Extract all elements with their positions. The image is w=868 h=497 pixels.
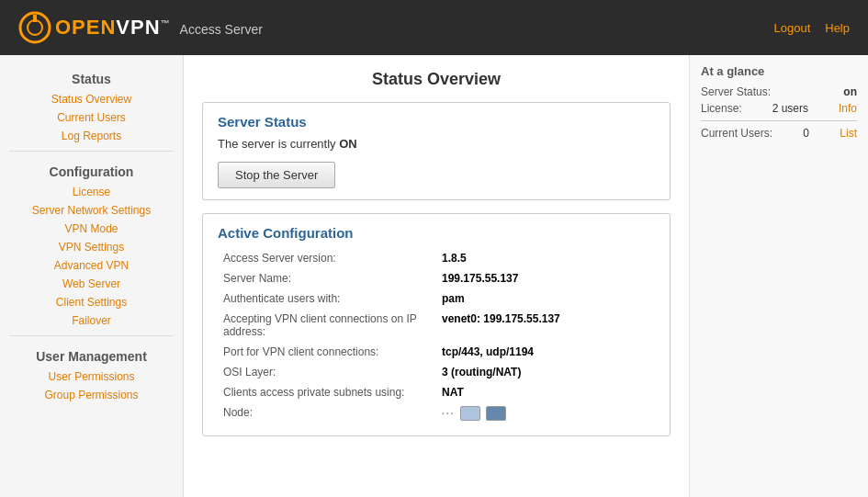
sidebar-divider-1 — [9, 151, 174, 152]
node-prev-button[interactable] — [460, 406, 480, 421]
table-row: Accepting VPN client connections on IP a… — [218, 309, 655, 342]
glance-license-row: License: 2 users Info — [701, 102, 857, 115]
sidebar-item-failover[interactable]: Failover — [0, 311, 183, 330]
svg-point-1 — [28, 20, 42, 35]
glance-divider — [701, 120, 857, 121]
main-content: Status Overview Server Status The server… — [184, 55, 689, 497]
sidebar-item-vpn-mode[interactable]: VPN Mode — [0, 220, 183, 238]
stop-server-button[interactable]: Stop the Server — [218, 162, 335, 188]
glance-title: At a glance — [701, 64, 857, 78]
svg-rect-2 — [33, 15, 37, 22]
sidebar-item-current-users[interactable]: Current Users — [0, 108, 183, 127]
sidebar-divider-2 — [9, 335, 174, 336]
server-status-title: Server Status — [218, 114, 655, 130]
sidebar-item-server-network-settings[interactable]: Server Network Settings — [0, 201, 183, 220]
app-name: Access Server — [180, 22, 263, 37]
config-value: pam — [436, 288, 655, 309]
sidebar-item-license[interactable]: License — [0, 183, 183, 201]
sidebar-item-vpn-settings[interactable]: VPN Settings — [0, 238, 183, 256]
node-next-button[interactable] — [486, 406, 506, 421]
glance-server-status-row: Server Status: on — [701, 85, 857, 98]
glance-license-value: 2 users — [772, 102, 808, 115]
active-config-section: Active Configuration Access Server versi… — [202, 213, 671, 436]
glance-server-status-value: on — [843, 85, 857, 98]
app-header: OPENVPN™ Access Server Logout Help — [0, 0, 868, 55]
config-value: tcp/443, udp/1194 — [436, 342, 655, 362]
right-panel: At a glance Server Status: on License: 2… — [689, 55, 868, 497]
sidebar-item-status-overview[interactable]: Status Overview — [0, 90, 183, 108]
table-row: Clients access private subnets using: NA… — [218, 382, 655, 402]
server-status-prefix: The server is currently — [218, 137, 339, 151]
sidebar-item-advanced-vpn[interactable]: Advanced VPN — [0, 256, 183, 275]
glance-server-status-label: Server Status: — [701, 85, 771, 98]
table-row: Access Server version: 1.8.5 — [218, 248, 655, 268]
glance-list-link[interactable]: List — [840, 127, 857, 140]
server-status-text: The server is currently ON — [218, 137, 655, 151]
active-config-title: Active Configuration — [218, 225, 655, 241]
config-label: Clients access private subnets using: — [218, 382, 436, 402]
config-value: 1.8.5 — [436, 248, 655, 268]
config-value: 3 (routing/NAT) — [436, 362, 655, 382]
config-label: Port for VPN client connections: — [218, 342, 436, 362]
server-status-section: Server Status The server is currently ON… — [202, 102, 671, 200]
config-table: Access Server version: 1.8.5 Server Name… — [218, 248, 655, 424]
config-label: Accepting VPN client connections on IP a… — [218, 309, 436, 342]
glance-current-users-row: Current Users: 0 List — [701, 127, 857, 140]
table-row: Server Name: 199.175.55.137 — [218, 268, 655, 288]
config-value: venet0: 199.175.55.137 — [436, 309, 655, 342]
config-label: Access Server version: — [218, 248, 436, 268]
sidebar-item-user-permissions[interactable]: User Permissions — [0, 367, 183, 386]
table-row: Authenticate users with: pam — [218, 288, 655, 309]
server-status-value: ON — [339, 137, 357, 151]
sidebar-user-management-section: User Management — [0, 342, 183, 367]
openvpn-logo-icon — [18, 11, 51, 44]
page-title: Status Overview — [202, 70, 671, 89]
sidebar-item-log-reports[interactable]: Log Reports — [0, 127, 183, 145]
logout-link[interactable]: Logout — [773, 21, 810, 35]
sidebar-item-group-permissions[interactable]: Group Permissions — [0, 386, 183, 404]
logo-text: OPENVPN™ — [55, 16, 171, 40]
node-controls: ··· — [442, 406, 649, 421]
config-label: Server Name: — [218, 268, 436, 288]
config-value: 199.175.55.137 — [436, 268, 655, 288]
sidebar-item-web-server[interactable]: Web Server — [0, 275, 183, 293]
config-label: Authenticate users with: — [218, 288, 436, 309]
logo-area: OPENVPN™ Access Server — [18, 11, 263, 44]
main-layout: Status Status Overview Current Users Log… — [0, 55, 868, 497]
config-value: NAT — [436, 382, 655, 402]
config-label: Node: — [218, 402, 436, 424]
glance-current-users-value: 0 — [803, 127, 809, 140]
table-row: OSI Layer: 3 (routing/NAT) — [218, 362, 655, 382]
table-row: Port for VPN client connections: tcp/443… — [218, 342, 655, 362]
sidebar-status-section: Status — [0, 64, 183, 90]
glance-info-link[interactable]: Info — [839, 102, 857, 115]
logo-trademark: ™ — [161, 18, 171, 28]
sidebar-configuration-section: Configuration — [0, 157, 183, 183]
sidebar-item-client-settings[interactable]: Client Settings — [0, 293, 183, 311]
sidebar: Status Status Overview Current Users Log… — [0, 55, 184, 497]
help-link[interactable]: Help — [825, 21, 850, 35]
config-label: OSI Layer: — [218, 362, 436, 382]
glance-current-users-label: Current Users: — [701, 127, 772, 140]
node-dots: ··· — [442, 409, 455, 419]
header-nav: Logout Help — [773, 21, 850, 35]
table-row: Node: ··· — [218, 402, 655, 424]
node-cell: ··· — [436, 402, 655, 424]
glance-license-label: License: — [701, 102, 742, 115]
